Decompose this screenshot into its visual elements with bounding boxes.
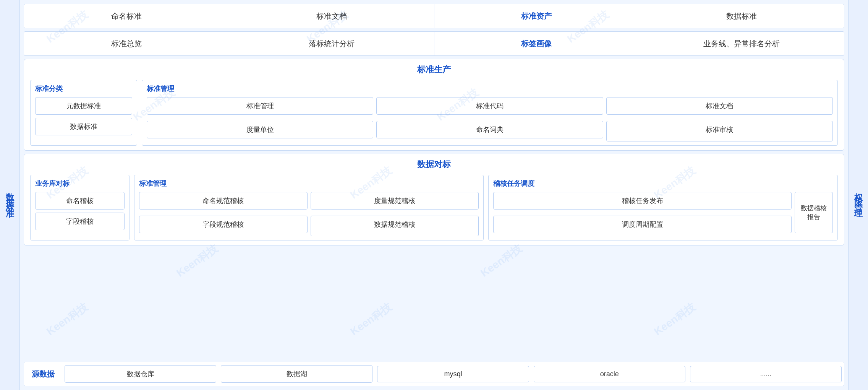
source-item-4[interactable]: ......	[690, 366, 842, 382]
classify-block: 标准分类 元数据标准 数据标准	[30, 80, 137, 146]
nav-item-tag-portrait[interactable]: 标签画像	[434, 32, 640, 55]
audit-item-0[interactable]: 稽核任务发布	[493, 192, 792, 210]
audit-block: 稽核任务调度 稽核任务发布 调度周期配置 数据稽核 报告	[488, 175, 838, 240]
left-vertical-label: 数 据 标 准	[0, 0, 20, 390]
manage-block: 标准管理 标准管理 标准代码 标准文档 度量单位 命名词典 标准审核	[142, 80, 838, 146]
body-area: 标准生产 标准分类 元数据标准 数据标准 标准管理 标准管理 标准代码 标准文档…	[24, 59, 844, 359]
source-item-0[interactable]: 数据仓库	[65, 365, 216, 383]
manage-item-2[interactable]: 标准文档	[606, 97, 833, 115]
manage-item-3[interactable]: 度量单位	[147, 121, 373, 138]
nav-item-assets[interactable]: 标准资产	[434, 4, 640, 28]
classify-title: 标准分类	[35, 84, 132, 93]
source-data-label: 源数据	[24, 369, 62, 379]
nav-item-stats[interactable]: 落标统计分析	[229, 32, 434, 55]
nav-item-docs[interactable]: 标准文档	[229, 4, 434, 28]
duibiao-inner: 业务库对标 命名稽核 字段稽核 标准管理 命名规范稽核 度量规范稽核 字段规范稽…	[30, 175, 838, 240]
source-item-2[interactable]: mysql	[377, 366, 529, 382]
audit-right: 稽核任务发布 调度周期配置 数据稽核 报告	[493, 192, 833, 233]
data-mapping-title: 数据对标	[30, 159, 838, 170]
audit-main: 稽核任务发布 调度周期配置	[493, 192, 792, 233]
audit-report[interactable]: 数据稽核 报告	[795, 192, 833, 233]
standard-production-title: 标准生产	[30, 64, 838, 75]
main-content: 命名标准 标准文档 标准资产 数据标准 标准总览 落标统计分析 标签画像 业务线…	[20, 0, 848, 390]
manage-item-5[interactable]: 标准审核	[606, 121, 833, 141]
business-item-0[interactable]: 命名稽核	[35, 192, 125, 210]
source-item-3[interactable]: oracle	[534, 366, 685, 382]
standard-production-inner: 标准分类 元数据标准 数据标准 标准管理 标准管理 标准代码 标准文档 度量单位…	[30, 80, 838, 146]
standard-map-item-0[interactable]: 命名规范稽核	[139, 192, 308, 210]
standard-production-section: 标准生产 标准分类 元数据标准 数据标准 标准管理 标准管理 标准代码 标准文档…	[24, 59, 844, 151]
source-data-bar: 源数据 数据仓库 数据湖 mysql oracle ......	[24, 362, 844, 386]
right-vertical-label: 权 限 管 理	[848, 0, 868, 390]
standard-mapping-title: 标准管理	[139, 179, 479, 188]
standard-mapping-block: 标准管理 命名规范稽核 度量规范稽核 字段规范稽核 数据规范稽核	[134, 175, 484, 240]
nav-item-overview[interactable]: 标准总览	[24, 32, 229, 55]
manage-item-4[interactable]: 命名词典	[376, 121, 603, 138]
standard-map-item-3[interactable]: 数据规范稽核	[311, 216, 479, 236]
audit-title: 稽核任务调度	[493, 179, 833, 188]
manage-item-0[interactable]: 标准管理	[147, 97, 373, 115]
classify-item-data[interactable]: 数据标准	[35, 118, 132, 135]
classify-item-meta[interactable]: 元数据标准	[35, 97, 132, 115]
source-item-1[interactable]: 数据湖	[221, 365, 372, 383]
standard-map-item-2[interactable]: 字段规范稽核	[139, 216, 308, 233]
standard-mapping-grid: 命名规范稽核 度量规范稽核 字段规范稽核 数据规范稽核	[139, 192, 479, 236]
data-mapping-section: 数据对标 业务库对标 命名稽核 字段稽核 标准管理 命名规范稽核 度量规范稽核 …	[24, 154, 844, 245]
business-item-1[interactable]: 字段稽核	[35, 213, 125, 230]
manage-title: 标准管理	[147, 84, 833, 93]
manage-grid: 标准管理 标准代码 标准文档 度量单位 命名词典 标准审核	[147, 97, 833, 141]
top-nav: 命名标准 标准文档 标准资产 数据标准	[24, 4, 844, 28]
business-mapping-block: 业务库对标 命名稽核 字段稽核	[30, 175, 130, 240]
nav-item-naming[interactable]: 命名标准	[24, 4, 229, 28]
standard-map-item-1[interactable]: 度量规范稽核	[311, 192, 479, 210]
nav-item-ranking[interactable]: 业务线、异常排名分析	[639, 32, 844, 55]
second-nav: 标准总览 落标统计分析 标签画像 业务线、异常排名分析	[24, 31, 844, 56]
audit-item-1[interactable]: 调度周期配置	[493, 216, 792, 233]
nav-item-data-standard[interactable]: 数据标准	[639, 4, 844, 28]
manage-item-1[interactable]: 标准代码	[376, 97, 603, 115]
business-mapping-title: 业务库对标	[35, 179, 125, 188]
